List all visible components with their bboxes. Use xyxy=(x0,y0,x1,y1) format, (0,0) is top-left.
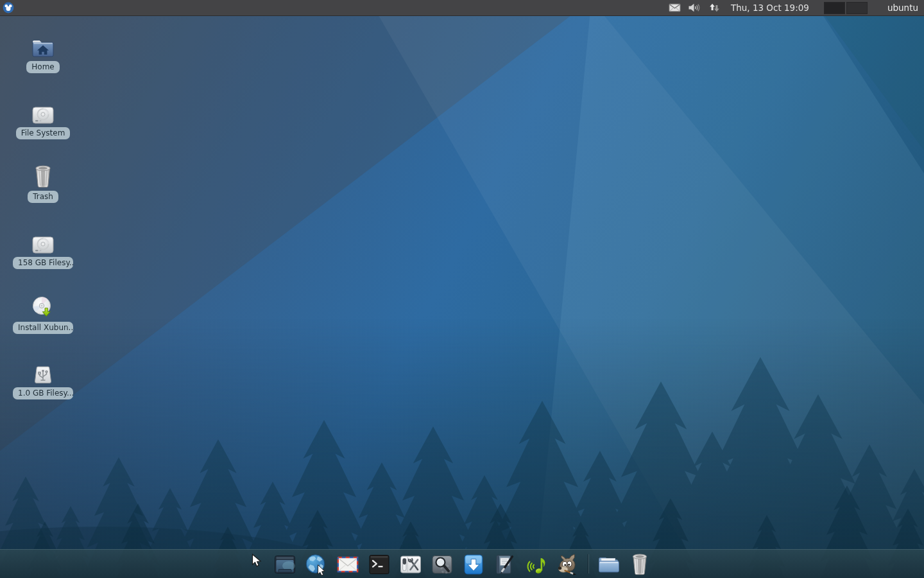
top-panel: Thu, 13 Oct 19:09 ubuntu xyxy=(0,0,924,16)
dock-folder-button[interactable] xyxy=(595,550,621,576)
username-label: ubuntu xyxy=(887,3,918,13)
desktop-icon-volume-1gb[interactable]: 1.0 GB Filesy... xyxy=(12,360,74,399)
network-tray-button[interactable] xyxy=(708,3,721,13)
dock-launcher-group xyxy=(272,550,653,578)
dock-mail-button[interactable] xyxy=(335,550,361,576)
hard-drive-icon xyxy=(31,100,55,125)
dock-text-editor-button[interactable] xyxy=(492,550,518,576)
airmail-envelope-icon xyxy=(336,553,360,576)
terminal-icon xyxy=(368,553,391,576)
file-manager-icon xyxy=(273,553,297,576)
dock-software-updater-button[interactable] xyxy=(461,550,486,576)
workspace-2[interactable] xyxy=(846,2,868,14)
desktop-icon-label: Home xyxy=(26,61,59,73)
panel-clock[interactable]: Thu, 13 Oct 19:09 xyxy=(731,3,809,13)
network-updown-icon xyxy=(708,3,721,13)
desktop-icon-install-xubuntu[interactable]: Install Xubun... xyxy=(12,294,74,334)
mail-icon xyxy=(669,3,681,12)
dock-file-manager-button[interactable] xyxy=(272,550,298,576)
desktop-icon-label: 1.0 GB Filesy... xyxy=(13,387,73,399)
dock-music-player-button[interactable] xyxy=(524,550,549,576)
removable-drive-icon xyxy=(31,360,55,385)
settings-tools-icon xyxy=(398,553,423,576)
dock-terminal-button[interactable] xyxy=(366,550,392,576)
trash-can-icon xyxy=(32,163,54,189)
workspace-1[interactable] xyxy=(824,2,845,14)
desktop-icon-trash[interactable]: Trash xyxy=(12,163,74,203)
dock-panel xyxy=(0,549,924,578)
dock-separator xyxy=(588,554,588,574)
home-folder-icon xyxy=(31,33,55,59)
gimp-wilber-icon xyxy=(556,553,580,576)
desktop-icon-home[interactable]: Home xyxy=(12,33,74,73)
desktop-icon-label: 158 GB Filesy... xyxy=(13,257,73,269)
desktop-icon-label: File System xyxy=(16,127,71,139)
desktop-icon-label: Install Xubun... xyxy=(13,322,73,334)
panel-tray: Thu, 13 Oct 19:09 ubuntu xyxy=(668,2,924,14)
workspace-switcher xyxy=(824,2,868,14)
dock-settings-button[interactable] xyxy=(398,550,424,576)
hard-drive-icon xyxy=(31,229,55,255)
music-note-icon xyxy=(525,553,548,576)
folder-icon xyxy=(596,553,620,576)
applications-menu-button[interactable] xyxy=(0,0,17,16)
download-arrow-icon xyxy=(462,553,485,576)
cd-install-icon xyxy=(30,294,56,320)
xubuntu-logo-icon xyxy=(3,2,14,13)
notebook-pen-icon xyxy=(493,553,517,576)
dock-gimp-button[interactable] xyxy=(555,550,581,576)
magnifier-icon xyxy=(431,553,454,576)
trash-can-icon xyxy=(629,552,651,576)
desktop-icon-file-system[interactable]: File System xyxy=(12,100,74,139)
desktop-icon-label: Trash xyxy=(28,191,58,203)
globe-browser-icon xyxy=(304,553,328,576)
dock-trash-button[interactable] xyxy=(627,550,653,576)
volume-icon xyxy=(688,3,701,13)
dock-web-browser-button[interactable] xyxy=(304,550,329,576)
desktop-wallpaper xyxy=(0,0,924,578)
desktop-icon-volume-158gb[interactable]: 158 GB Filesy... xyxy=(12,229,74,269)
volume-tray-button[interactable] xyxy=(687,3,702,13)
dock-app-finder-button[interactable] xyxy=(429,550,455,576)
mail-tray-button[interactable] xyxy=(668,3,681,12)
